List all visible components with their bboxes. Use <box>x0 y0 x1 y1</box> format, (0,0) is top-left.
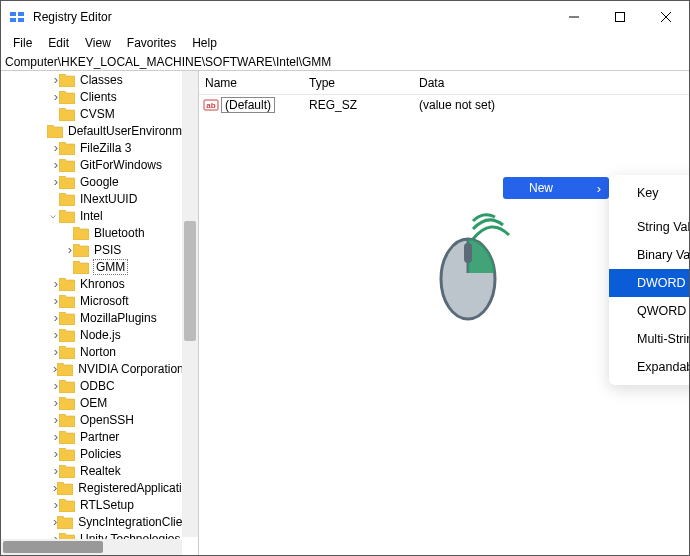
menu-item-multistring-value[interactable]: Multi-String Value <box>609 325 690 353</box>
tree-item[interactable]: Partner <box>1 428 182 445</box>
tree-item-label: OpenSSH <box>79 413 135 427</box>
folder-icon <box>59 311 75 325</box>
tree-item[interactable]: Norton <box>1 343 182 360</box>
folder-icon <box>59 158 75 172</box>
title-bar: Registry Editor <box>1 1 689 33</box>
menu-edit[interactable]: Edit <box>40 34 77 52</box>
chevron-right-icon[interactable] <box>47 72 59 87</box>
tree-item[interactable]: SyncIntegrationClient <box>1 513 182 530</box>
tree-item-label: Classes <box>79 73 124 87</box>
svg-rect-3 <box>18 18 24 22</box>
close-button[interactable] <box>643 1 689 33</box>
tree-item-label: Node.js <box>79 328 122 342</box>
menu-item-expandstring-value[interactable]: Expandable String Value <box>609 353 690 381</box>
tree-item[interactable]: ODBC <box>1 377 182 394</box>
menu-item-label: QWORD (64-bit) Value <box>637 304 690 318</box>
tree-item[interactable]: Policies <box>1 445 182 462</box>
tree-item-label: OEM <box>79 396 108 410</box>
menu-item-qword-value[interactable]: QWORD (64-bit) Value <box>609 297 690 325</box>
value-row[interactable]: ab (Default) REG_SZ (value not set) <box>199 95 689 115</box>
minimize-button[interactable] <box>551 1 597 33</box>
chevron-right-icon[interactable] <box>47 157 59 172</box>
column-header-name[interactable]: Name <box>199 76 303 90</box>
chevron-right-icon[interactable] <box>47 531 59 539</box>
chevron-right-icon[interactable] <box>47 514 57 529</box>
chevron-right-icon[interactable] <box>47 412 59 427</box>
tree-item[interactable]: CVSM <box>1 105 182 122</box>
chevron-right-icon[interactable] <box>47 463 59 478</box>
chevron-right-icon[interactable] <box>47 276 59 291</box>
tree-item[interactable]: Microsoft <box>1 292 182 309</box>
tree-item[interactable]: Google <box>1 173 182 190</box>
tree-item[interactable]: PSIS <box>1 241 182 258</box>
chevron-right-icon[interactable] <box>47 361 57 376</box>
column-header-data[interactable]: Data <box>413 76 689 90</box>
chevron-right-icon[interactable] <box>47 446 59 461</box>
chevron-right-icon[interactable] <box>47 293 59 308</box>
tree-item[interactable]: Clients <box>1 88 182 105</box>
address-bar[interactable]: Computer\HKEY_LOCAL_MACHINE\SOFTWARE\Int… <box>1 53 689 71</box>
scrollbar-thumb[interactable] <box>184 221 196 341</box>
tree-item[interactable]: INextUUID <box>1 190 182 207</box>
tree-item[interactable]: Realtek <box>1 462 182 479</box>
tree-item-label: Unity Technologies <box>79 532 182 540</box>
tree-item[interactable]: GitForWindows <box>1 156 182 173</box>
menu-item-string-value[interactable]: String Value <box>609 213 690 241</box>
folder-icon <box>59 396 75 410</box>
tree-item[interactable]: GMM <box>1 258 182 275</box>
tree-item-label: RegisteredApplication <box>77 481 182 495</box>
vertical-scrollbar[interactable] <box>182 71 198 537</box>
menu-item-new[interactable]: New <box>503 177 609 199</box>
tree-item[interactable]: NVIDIA Corporation <box>1 360 182 377</box>
menu-favorites[interactable]: Favorites <box>119 34 184 52</box>
chevron-right-icon[interactable] <box>47 174 59 189</box>
chevron-right-icon[interactable] <box>47 497 59 512</box>
chevron-right-icon[interactable] <box>61 242 73 257</box>
tree-item[interactable]: RegisteredApplication <box>1 479 182 496</box>
chevron-down-icon[interactable] <box>47 210 59 221</box>
tree-item[interactable]: DefaultUserEnvironm <box>1 122 182 139</box>
menu-item-key[interactable]: Key <box>609 179 690 207</box>
tree-item[interactable]: Bluetooth <box>1 224 182 241</box>
chevron-right-icon[interactable] <box>47 480 57 495</box>
horizontal-scrollbar[interactable] <box>1 539 182 555</box>
menu-view[interactable]: View <box>77 34 119 52</box>
chevron-right-icon[interactable] <box>47 327 59 342</box>
tree-item[interactable]: FileZilla 3 <box>1 139 182 156</box>
column-header-type[interactable]: Type <box>303 76 413 90</box>
chevron-right-icon[interactable] <box>47 429 59 444</box>
chevron-right-icon[interactable] <box>47 89 59 104</box>
list-header: Name Type Data <box>199 71 689 95</box>
menu-item-label: Key <box>637 186 659 200</box>
menu-file[interactable]: File <box>5 34 40 52</box>
tree-item-label: SyncIntegrationClient <box>77 515 182 529</box>
tree-item[interactable]: Node.js <box>1 326 182 343</box>
chevron-right-icon[interactable] <box>47 140 59 155</box>
tree-item[interactable]: Khronos <box>1 275 182 292</box>
tree-item[interactable]: Unity Technologies <box>1 530 182 539</box>
menu-item-dword-value[interactable]: DWORD (32-bit) Value <box>609 269 690 297</box>
tree-item-label: RTLSetup <box>79 498 135 512</box>
scrollbar-thumb[interactable] <box>3 541 103 553</box>
chevron-right-icon[interactable] <box>47 310 59 325</box>
tree-item[interactable]: OEM <box>1 394 182 411</box>
folder-icon <box>57 481 73 495</box>
folder-icon <box>73 260 89 274</box>
tree-item[interactable]: RTLSetup <box>1 496 182 513</box>
tree-item[interactable]: OpenSSH <box>1 411 182 428</box>
tree-item[interactable]: Intel <box>1 207 182 224</box>
menu-help[interactable]: Help <box>184 34 225 52</box>
tree-item-label: Norton <box>79 345 117 359</box>
menu-item-binary-value[interactable]: Binary Value <box>609 241 690 269</box>
tree-item-label: Microsoft <box>79 294 130 308</box>
svg-rect-12 <box>464 243 472 263</box>
maximize-button[interactable] <box>597 1 643 33</box>
chevron-right-icon[interactable] <box>47 378 59 393</box>
registry-tree[interactable]: ClassesClientsCVSMDefaultUserEnvironmFil… <box>1 71 182 539</box>
folder-icon <box>59 277 75 291</box>
menu-bar: File Edit View Favorites Help <box>1 33 689 53</box>
chevron-right-icon[interactable] <box>47 344 59 359</box>
chevron-right-icon[interactable] <box>47 395 59 410</box>
tree-item[interactable]: MozillaPlugins <box>1 309 182 326</box>
tree-item[interactable]: Classes <box>1 71 182 88</box>
